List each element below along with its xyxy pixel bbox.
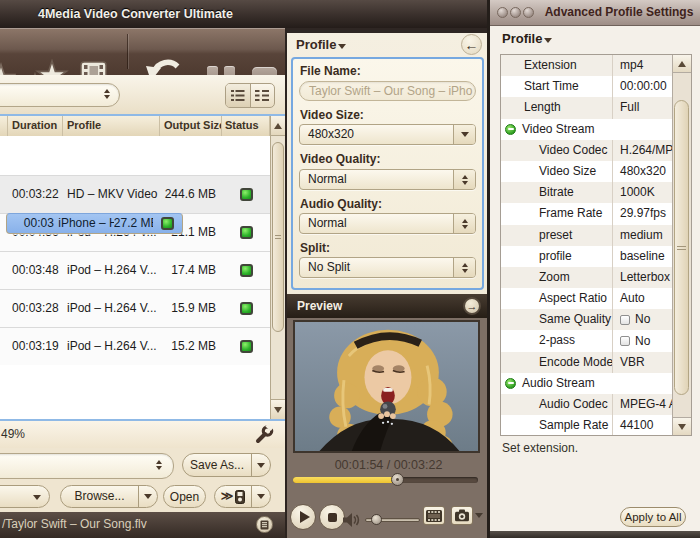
table-row[interactable]: 00:03:48 iPod – H.264 V... 17.4 MB: [0, 251, 270, 289]
col-duration[interactable]: Duration: [8, 116, 63, 136]
settings-row[interactable]: Zoom Letterbox: [501, 267, 672, 288]
col-output-size[interactable]: Output Size: [160, 116, 222, 136]
volume-knob[interactable]: [371, 514, 382, 525]
settings-row[interactable]: Aspect Ratio Auto: [501, 288, 672, 309]
view-toggle: [225, 83, 275, 108]
cell-output-size: 15.2 MB: [160, 328, 222, 365]
back-button[interactable]: ←: [461, 34, 482, 55]
profile-form: File Name: Taylor Swift – Our Song – iPh…: [291, 57, 484, 290]
profile-panel: Profile ← File Name: Taylor Swift – Our …: [285, 28, 490, 538]
scroll-up-icon[interactable]: [271, 116, 285, 136]
file-list-scrollbar[interactable]: [270, 116, 285, 419]
stepper-icon[interactable]: [453, 258, 475, 277]
open-button[interactable]: Open: [163, 485, 206, 508]
file-name-input[interactable]: Taylor Swift – Our Song – iPho: [299, 81, 476, 101]
settings-row[interactable]: Video Size 480x320: [501, 161, 672, 182]
stepper-icon[interactable]: [453, 214, 475, 233]
seek-bar[interactable]: [293, 477, 478, 483]
setting-value: Full: [612, 97, 672, 118]
setting-label: Length: [501, 97, 612, 118]
settings-row[interactable]: Sample Rate 44100: [501, 415, 672, 436]
settings-row[interactable]: preset medium: [501, 225, 672, 246]
snapshot-button[interactable]: [451, 506, 473, 525]
settings-row[interactable]: Video Stream: [501, 119, 672, 140]
collapse-icon[interactable]: [505, 378, 516, 389]
scroll-down-icon[interactable]: [673, 417, 691, 435]
table-row[interactable]: 00:03:22 iPhone – H.264... 27.2 MB: [6, 213, 183, 234]
settings-row[interactable]: Extension mp4: [501, 55, 672, 76]
settings-scrollbar[interactable]: [672, 55, 691, 435]
toolbar-separator: [127, 34, 128, 69]
list-view-icon[interactable]: [251, 84, 275, 107]
snapshot-dropdown-icon[interactable]: [475, 513, 483, 518]
col-status[interactable]: Status: [222, 116, 270, 136]
close-icon[interactable]: [497, 7, 508, 18]
minimize-icon[interactable]: [510, 7, 521, 18]
settings-row[interactable]: Audio Stream: [501, 373, 672, 394]
setting-label: Video Stream: [501, 119, 612, 140]
apply-to-all-button[interactable]: Apply to All: [620, 507, 686, 527]
cell-duration: 00:03:48: [8, 252, 63, 289]
profile-panel-header[interactable]: Profile: [296, 37, 346, 52]
setting-value: No: [612, 309, 672, 330]
settings-row[interactable]: Video Codec H.264/MP: [501, 140, 672, 161]
seek-knob[interactable]: [391, 473, 404, 486]
setting-value: [612, 119, 672, 140]
status-ready-icon: [240, 264, 253, 277]
settings-row[interactable]: profile baseline: [501, 246, 672, 267]
profile-filter-combo[interactable]: [0, 83, 120, 107]
split-select[interactable]: No Split: [299, 257, 476, 278]
save-as-button[interactable]: Save As...: [182, 453, 271, 477]
video-preview[interactable]: [293, 320, 480, 453]
scroll-down-icon[interactable]: [271, 399, 285, 419]
cell-duration: 00:03:22: [8, 176, 63, 213]
checkbox[interactable]: [620, 315, 630, 325]
audio-quality-select[interactable]: Normal: [299, 213, 476, 234]
filmstrip-button[interactable]: [423, 506, 445, 525]
forward-arrow-icon[interactable]: →: [463, 297, 481, 315]
play-button[interactable]: [290, 504, 316, 530]
settings-row[interactable]: 2-pass No: [501, 330, 672, 351]
settings-row[interactable]: Encode Mode VBR: [501, 352, 672, 373]
destination-combo[interactable]: [0, 453, 174, 479]
settings-row[interactable]: Length Full: [501, 97, 672, 118]
collapse-icon[interactable]: [505, 124, 516, 135]
dropdown-icon[interactable]: [453, 125, 475, 144]
scrollbar-thumb[interactable]: [674, 100, 689, 395]
settings-row[interactable]: Audio Codec MPEG-4 A: [501, 394, 672, 415]
table-row[interactable]: 00:03:22 HD – MKV Video 244.6 MB: [0, 175, 270, 213]
browse-dropdown-icon[interactable]: [138, 486, 157, 507]
toolbar: [0, 28, 285, 75]
settings-hint: Set extension.: [502, 441, 578, 455]
stepper-icon[interactable]: [453, 170, 475, 189]
table-row[interactable]: 00:03:19 iPod – H.264 V... 15.2 MB: [0, 327, 270, 365]
table-row[interactable]: 00:03:28 iPod – H.264 V... 15.9 MB: [0, 289, 270, 327]
setting-label: Start Time: [501, 76, 612, 97]
cell-profile: iPhone – H.264...: [54, 214, 114, 233]
file-info-icon[interactable]: [256, 516, 273, 533]
cell-output-size: 27.2 MB: [114, 214, 153, 233]
cell-duration: 00:03:22: [20, 214, 54, 233]
browse-button[interactable]: Browse...: [60, 485, 158, 508]
video-quality-select[interactable]: Normal: [299, 169, 476, 190]
settings-wrench-icon[interactable]: [253, 423, 275, 445]
video-size-select[interactable]: 480x320: [299, 124, 476, 145]
settings-row[interactable]: Frame Rate 29.97fps: [501, 203, 672, 224]
device-dropdown-icon[interactable]: [251, 486, 270, 507]
cell-status: [222, 328, 270, 365]
setting-label: profile: [501, 246, 612, 267]
settings-row[interactable]: Same Quality No: [501, 309, 672, 330]
scroll-up-icon[interactable]: [673, 55, 691, 73]
zoom-window-icon[interactable]: [523, 7, 534, 18]
settings-row[interactable]: Bitrate 1000K: [501, 182, 672, 203]
save-as-dropdown-icon[interactable]: [251, 454, 270, 476]
settings-row[interactable]: Start Time 00:00:00: [501, 76, 672, 97]
folder-dropdown[interactable]: [0, 485, 50, 508]
settings-profile-header[interactable]: Profile: [502, 31, 552, 46]
detail-view-icon[interactable]: [226, 84, 251, 107]
checkbox[interactable]: [620, 336, 630, 346]
device-transfer-button[interactable]: ≫: [214, 485, 271, 508]
chevron-down-icon: [544, 38, 552, 43]
scrollbar-thumb[interactable]: [272, 142, 284, 332]
col-profile[interactable]: Profile: [63, 116, 160, 136]
